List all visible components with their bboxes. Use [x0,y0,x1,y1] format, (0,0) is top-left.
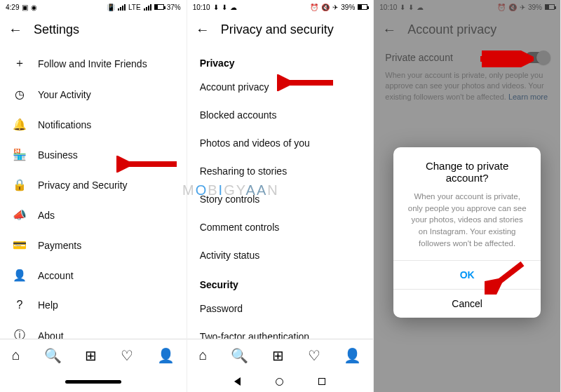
heart-icon[interactable]: ♡ [121,347,133,364]
annotation-arrow [277,74,336,91]
item-resharing-stories[interactable]: Resharing to stories [187,157,374,185]
add-icon[interactable]: ⊞ [272,347,284,364]
pane-account-privacy: 10:10 ⬇⬇☁ ⏰🔇✈39% ← Account privacy Priva… [374,0,561,392]
item-story-controls[interactable]: Story controls [187,185,374,213]
page-title: Privacy and security [221,22,334,37]
svg-line-3 [492,264,522,288]
item-help[interactable]: ?Help [0,290,187,320]
section-security: Security [187,269,374,295]
item-account[interactable]: 👤Account [0,260,187,290]
header: ← Privacy and security [187,14,374,45]
item-follow-invite[interactable]: ＋Follow and Invite Friends [0,48,187,79]
person-icon: 👤 [13,269,27,282]
item-blocked-accounts[interactable]: Blocked accounts [187,101,374,129]
item-your-activity[interactable]: ◷Your Activity [0,79,187,109]
recents-nav-icon[interactable] [318,378,325,385]
megaphone-icon: 📣 [13,208,27,222]
home-icon[interactable]: ⌂ [12,347,20,363]
screenshot-icon: ▣ [22,4,28,11]
bottom-nav: ⌂ 🔍 ⊞ ♡ 👤 [0,339,187,371]
help-icon: ? [13,299,27,311]
annotation-arrow [485,259,527,295]
home-pill-icon[interactable] [65,380,121,384]
store-icon: 🏪 [13,148,27,161]
pane-privacy-security: 10:10 ⬇⬇☁ ⏰🔇✈39% ← Privacy and security … [187,0,374,392]
vibrate-icon: 📳 [107,4,115,11]
item-comment-controls[interactable]: Comment controls [187,213,374,241]
back-icon[interactable]: ← [8,22,22,38]
item-photos-videos[interactable]: Photos and videos of you [187,129,374,157]
person-plus-icon: ＋ [13,56,27,71]
home-nav-icon[interactable] [276,378,283,386]
android-nav [187,371,374,392]
item-about[interactable]: ⓘAbout [0,320,187,339]
item-ads[interactable]: 📣Ads [0,200,187,230]
instagram-icon: ◉ [31,4,37,11]
home-icon[interactable]: ⌂ [199,347,208,363]
bottom-nav: ⌂ 🔍 ⊞ ♡ 👤 [187,339,374,371]
settings-list: ＋Follow and Invite Friends ◷Your Activit… [0,45,187,339]
item-payments[interactable]: 💳Payments [0,230,187,260]
back-nav-icon[interactable] [234,377,241,386]
profile-icon[interactable]: 👤 [344,347,361,364]
heart-icon[interactable]: ♡ [308,347,320,364]
section-privacy: Privacy [187,48,374,73]
item-two-factor[interactable]: Two-factor authentication [187,323,374,339]
annotation-arrow [116,156,180,173]
status-bar: 4:29 ▣ ◉ 📳LTE37% [0,0,187,14]
annotation-arrow [478,50,534,67]
signal-icon [118,4,126,11]
battery-icon [154,4,164,10]
profile-icon[interactable]: 👤 [157,347,175,364]
clock-icon: ◷ [13,88,27,101]
page-title: Settings [34,22,79,37]
info-icon: ⓘ [13,328,27,339]
add-icon[interactable]: ⊞ [85,347,97,364]
back-icon[interactable]: ← [196,22,210,38]
dialog-title: Change to private account? [393,160,541,191]
status-bar: 10:10 ⬇⬇☁ ⏰🔇✈39% [187,0,374,14]
signal-icon [144,4,151,11]
lock-icon: 🔒 [13,178,27,191]
item-password[interactable]: Password [187,295,374,323]
search-icon[interactable]: 🔍 [231,347,248,364]
android-nav [0,371,187,392]
search-icon[interactable]: 🔍 [44,347,62,364]
battery-icon [358,4,367,10]
pane-settings: 4:29 ▣ ◉ 📳LTE37% ← Settings ＋Follow and … [0,0,187,392]
bell-icon: 🔔 [13,118,27,131]
item-activity-status[interactable]: Activity status [187,241,374,269]
dialog-body: When your account is private, only peopl… [393,191,541,260]
card-icon: 💳 [13,238,27,252]
item-notifications[interactable]: 🔔Notifications [0,109,187,140]
header: ← Settings [0,14,187,45]
item-privacy-security[interactable]: 🔒Privacy and Security [0,170,187,200]
